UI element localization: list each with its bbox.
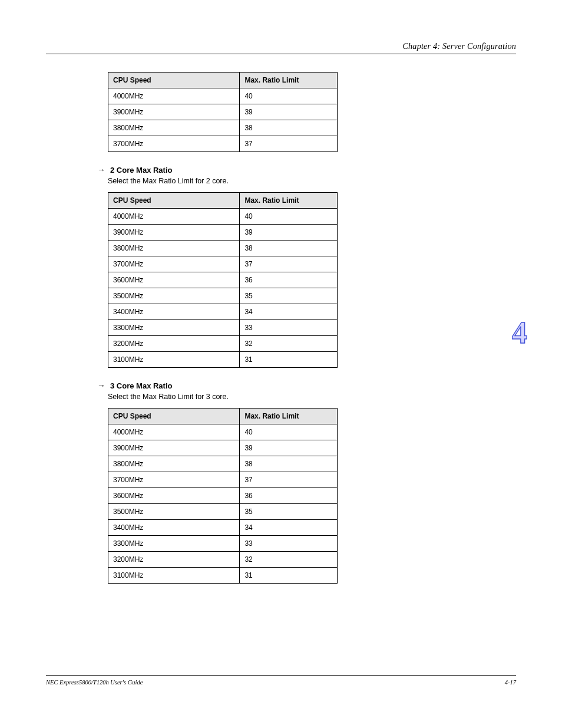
cell: 3600MHz: [108, 272, 240, 288]
table-row: 3400MHz34: [108, 520, 338, 536]
cell: 40: [240, 209, 338, 225]
header-title: Chapter 4: Server Configuration: [46, 41, 516, 51]
cell: 3800MHz: [108, 456, 240, 472]
cell: 3100MHz: [108, 352, 240, 368]
cell: 40: [240, 88, 338, 104]
page-header: Chapter 4: Server Configuration: [46, 41, 516, 54]
cell: 3500MHz: [108, 504, 240, 520]
table-row: 3700MHz37: [108, 136, 338, 152]
cell: 38: [240, 120, 338, 136]
footer-right: 4-17: [505, 679, 516, 686]
col-max-ratio: Max. Ratio Limit: [240, 409, 338, 424]
cell: 4000MHz: [108, 209, 240, 225]
table-row: 3200MHz32: [108, 552, 338, 568]
table-row: 3800MHz38: [108, 120, 338, 136]
cell: 3200MHz: [108, 336, 240, 352]
cell: 37: [240, 136, 338, 152]
cell: 36: [240, 488, 338, 504]
page-footer: NEC Express5800/T120h User's Guide 4-17: [46, 675, 516, 686]
table-row: 3700MHz37: [108, 472, 338, 488]
cell: 3300MHz: [108, 320, 240, 336]
table-row: 3300MHz33: [108, 320, 338, 336]
cell: 37: [240, 472, 338, 488]
col-cpu-speed: CPU Speed: [108, 409, 240, 424]
cell: 3600MHz: [108, 488, 240, 504]
cell: 3700MHz: [108, 256, 240, 272]
table-row: 3600MHz36: [108, 488, 338, 504]
table-row: 3800MHz38: [108, 241, 338, 256]
section-2-core-sub: Select the Max Ratio Limit for 2 core.: [108, 177, 399, 185]
cell: 3200MHz: [108, 552, 240, 568]
cell: 35: [240, 288, 338, 304]
section-3-core-sub: Select the Max Ratio Limit for 3 core.: [108, 393, 399, 401]
cell: 3900MHz: [108, 440, 240, 456]
table-3-core: CPU Speed Max. Ratio Limit 4000MHz40 390…: [108, 408, 338, 584]
cell: 32: [240, 336, 338, 352]
col-max-ratio: Max. Ratio Limit: [240, 73, 338, 88]
cell: 40: [240, 424, 338, 440]
cell: 3800MHz: [108, 120, 240, 136]
cell: 34: [240, 520, 338, 536]
cell: 3700MHz: [108, 136, 240, 152]
table-row: 3900MHz39: [108, 440, 338, 456]
table-row: 3800MHz38: [108, 456, 338, 472]
footer-left: NEC Express5800/T120h User's Guide: [46, 679, 143, 686]
cell: 3700MHz: [108, 472, 240, 488]
cell: 3400MHz: [108, 304, 240, 320]
table-header-row: CPU Speed Max. Ratio Limit: [108, 193, 338, 209]
cell: 3800MHz: [108, 241, 240, 256]
table-header-row: CPU Speed Max. Ratio Limit: [108, 409, 338, 424]
cell: 37: [240, 256, 338, 272]
content-area: CPU Speed Max. Ratio Limit 4000MHz40 390…: [46, 72, 399, 584]
table-row: 3400MHz34: [108, 304, 338, 320]
cell: 39: [240, 440, 338, 456]
table-row: 3900MHz39: [108, 225, 338, 241]
cell: 32: [240, 552, 338, 568]
table-2-core: CPU Speed Max. Ratio Limit 4000MHz40 390…: [108, 192, 338, 368]
cell: 3400MHz: [108, 520, 240, 536]
cell: 36: [240, 272, 338, 288]
table-row: 4000MHz40: [108, 88, 338, 104]
col-cpu-speed: CPU Speed: [108, 193, 240, 209]
table-row: 4000MHz40: [108, 424, 338, 440]
table-header-row: CPU Speed Max. Ratio Limit: [108, 73, 338, 88]
cell: 38: [240, 456, 338, 472]
table-1-core: CPU Speed Max. Ratio Limit 4000MHz40 390…: [108, 72, 338, 152]
cell: 31: [240, 352, 338, 368]
cell: 38: [240, 241, 338, 256]
cell: 4000MHz: [108, 424, 240, 440]
cell: 33: [240, 536, 338, 552]
cell: 3500MHz: [108, 288, 240, 304]
cell: 35: [240, 504, 338, 520]
cell: 34: [240, 304, 338, 320]
cell: 3900MHz: [108, 104, 240, 120]
page: Chapter 4: Server Configuration CPU Spee…: [0, 0, 562, 728]
arrow-icon: →: [97, 165, 105, 174]
cell: 3900MHz: [108, 225, 240, 241]
table-row: 3100MHz31: [108, 568, 338, 584]
cell: 33: [240, 320, 338, 336]
col-cpu-speed: CPU Speed: [108, 73, 240, 88]
section-title-text: 2 Core Max Ratio: [110, 166, 172, 174]
table-row: 3900MHz39: [108, 104, 338, 120]
col-max-ratio: Max. Ratio Limit: [240, 193, 338, 209]
table-row: 3500MHz35: [108, 504, 338, 520]
table-row: 3600MHz36: [108, 272, 338, 288]
cell: 39: [240, 104, 338, 120]
table-row: 3500MHz35: [108, 288, 338, 304]
section-3-core-title: → 3 Core Max Ratio: [97, 381, 399, 390]
table-row: 3700MHz37: [108, 256, 338, 272]
chapter-number-icon: 4: [512, 315, 527, 350]
table-row: 3100MHz31: [108, 352, 338, 368]
cell: 31: [240, 568, 338, 584]
cell: 3100MHz: [108, 568, 240, 584]
table-row: 4000MHz40: [108, 209, 338, 225]
section-title-text: 3 Core Max Ratio: [110, 381, 172, 390]
cell: 3300MHz: [108, 536, 240, 552]
cell: 39: [240, 225, 338, 241]
cell: 4000MHz: [108, 88, 240, 104]
table-row: 3200MHz32: [108, 336, 338, 352]
table-row: 3300MHz33: [108, 536, 338, 552]
arrow-icon: →: [97, 381, 105, 390]
section-2-core-title: → 2 Core Max Ratio: [97, 165, 399, 174]
